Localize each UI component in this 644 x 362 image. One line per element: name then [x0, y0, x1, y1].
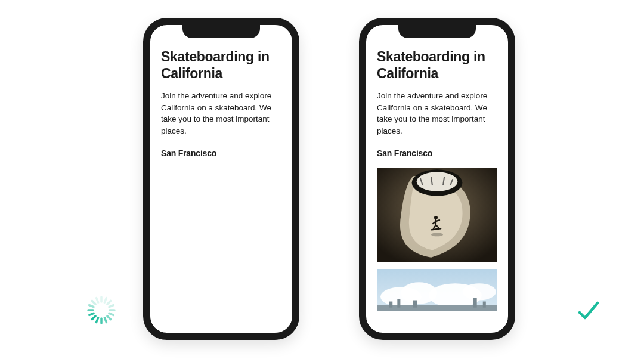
phone-mockup-loaded: Skateboarding in California Join the adv…: [359, 18, 515, 340]
phone-frame: Skateboarding in California Join the adv…: [359, 18, 515, 340]
photo-skateboarder-tunnel: [377, 168, 497, 262]
svg-line-27: [97, 318, 98, 322]
checkmark-icon: [576, 298, 601, 323]
svg-rect-13: [389, 302, 392, 308]
photo-sky-preview: [377, 269, 497, 311]
svg-line-28: [92, 316, 95, 320]
svg-line-20: [107, 301, 111, 304]
svg-rect-12: [377, 305, 497, 311]
page-description: Join the adventure and explore Californi…: [161, 90, 281, 137]
svg-line-25: [104, 318, 106, 322]
svg-rect-16: [473, 298, 477, 308]
svg-line-33: [97, 298, 98, 302]
phone-mockup-loading: Skateboarding in California Join the adv…: [143, 18, 299, 340]
page-description: Join the adventure and explore Californi…: [377, 90, 497, 137]
svg-rect-15: [413, 301, 417, 308]
svg-line-23: [109, 313, 113, 315]
svg-point-6: [431, 233, 443, 237]
svg-line-24: [107, 316, 111, 320]
svg-point-11: [462, 284, 496, 301]
svg-line-29: [89, 313, 94, 315]
svg-line-32: [92, 301, 95, 304]
location-label: San Francisco: [377, 148, 497, 158]
page-heading: Skateboarding in California: [377, 49, 497, 82]
phone-screen-loading: Skateboarding in California Join the adv…: [150, 25, 292, 333]
location-label: San Francisco: [161, 148, 281, 158]
spinner-icon: [85, 294, 117, 326]
svg-line-21: [109, 305, 113, 307]
phone-frame: Skateboarding in California Join the adv…: [143, 18, 299, 340]
page-heading: Skateboarding in California: [161, 49, 281, 82]
phone-notch: [398, 24, 476, 38]
svg-line-31: [89, 305, 94, 307]
phone-notch: [182, 24, 260, 38]
svg-rect-17: [483, 302, 486, 308]
svg-line-19: [104, 298, 106, 302]
phone-screen-loaded: Skateboarding in California Join the adv…: [366, 25, 508, 333]
svg-rect-14: [397, 299, 400, 308]
